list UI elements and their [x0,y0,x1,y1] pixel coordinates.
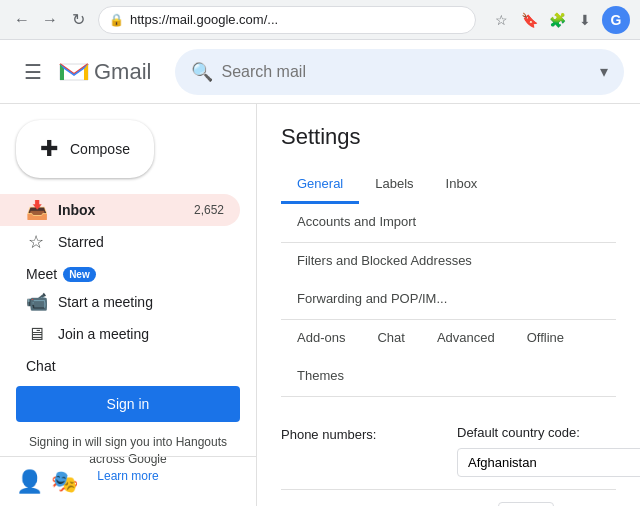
search-bar[interactable]: 🔍 ▾ [175,49,624,95]
tab-offline[interactable]: Offline [511,320,580,358]
meet-new-badge: New [63,267,96,282]
emoji-icon[interactable]: 🎭 [51,469,78,495]
settings-row-pagesize: Maximum page size: Show 25 50 100 conver… [281,490,616,506]
people-icon[interactable]: 👤 [16,469,43,495]
tab-inbox[interactable]: Inbox [430,166,494,204]
tab-addons[interactable]: Add-ons [281,320,361,358]
settings-body: Phone numbers: Default country code: Max… [281,397,616,506]
starred-label: Starred [58,234,224,250]
settings-tabs-row1: General Labels Inbox Accounts and Import [281,166,616,243]
settings-tabs-row2: Filters and Blocked Addresses Forwarding… [281,243,616,320]
gmail-topbar: ☰ Gmail 🔍 ▾ [0,40,640,104]
compose-plus-icon: ✚ [40,136,58,162]
meet-label: Meet [26,266,57,282]
pagesize-label: Maximum page size: [281,502,441,506]
tab-advanced[interactable]: Advanced [421,320,511,358]
search-dropdown-icon[interactable]: ▾ [600,62,608,81]
meet-section-header: Meet New [0,258,256,286]
main-content: Settings General Labels Inbox Accounts a… [256,40,640,506]
url-text: https://mail.google.com/... [130,12,465,27]
tab-accounts-import[interactable]: Accounts and Import [281,204,432,242]
settings-title: Settings [281,124,616,150]
gmail-label: Gmail [94,59,151,85]
tab-chat[interactable]: Chat [361,320,420,358]
sidebar-item-starred[interactable]: ☆ Starred [0,226,240,258]
browser-chrome: ← → ↻ 🔒 https://mail.google.com/... ☆ 🔖 … [0,0,640,40]
bookmark-icon[interactable]: 🔖 [518,9,540,31]
compose-button[interactable]: ✚ Compose [16,120,154,178]
sidebar-item-start-meeting[interactable]: 📹 Start a meeting [0,286,240,318]
inbox-icon: 📥 [26,199,46,221]
download-icon[interactable]: ⬇ [574,9,596,31]
lock-icon: 🔒 [109,13,124,27]
tab-labels[interactable]: Labels [359,166,429,204]
search-icon: 🔍 [191,61,213,83]
settings-tabs-row3: Add-ons Chat Advanced Offline Themes [281,320,616,397]
country-code-label: Default country code: [457,425,580,440]
gmail-body: ✚ Compose 📥 Inbox 2,652 ☆ Starred Meet N… [0,40,640,506]
tab-forwarding[interactable]: Forwarding and POP/IM... [281,281,463,319]
nav-buttons: ← → ↻ [10,8,90,32]
phone-label: Phone numbers: [281,425,441,442]
starred-icon: ☆ [26,231,46,253]
tab-filters[interactable]: Filters and Blocked Addresses [281,243,488,281]
sidebar: ✚ Compose 📥 Inbox 2,652 ☆ Starred Meet N… [0,40,256,506]
settings-container: Settings General Labels Inbox Accounts a… [257,104,640,506]
start-meeting-label: Start a meeting [58,294,224,310]
inbox-count: 2,652 [194,203,224,217]
search-input[interactable] [221,63,592,81]
chat-section-label: Chat [0,350,256,378]
profile-avatar[interactable]: G [602,6,630,34]
gmail-logo: Gmail [58,56,151,88]
sign-in-button[interactable]: Sign in [16,386,240,422]
forward-button[interactable]: → [38,8,62,32]
refresh-button[interactable]: ↻ [66,8,90,32]
join-meeting-label: Join a meeting [58,326,224,342]
sidebar-item-inbox[interactable]: 📥 Inbox 2,652 [0,194,240,226]
video-icon: 📹 [26,291,46,313]
back-button[interactable]: ← [10,8,34,32]
compose-label: Compose [70,141,130,157]
phone-control: Default country code: [457,425,640,477]
hamburger-icon[interactable]: ☰ [16,52,50,92]
address-bar[interactable]: 🔒 https://mail.google.com/... [98,6,476,34]
star-icon[interactable]: ☆ [490,9,512,31]
sidebar-bottom: 👤 🎭 [0,456,256,506]
tab-themes[interactable]: Themes [281,358,360,396]
browser-icons: ☆ 🔖 🧩 ⬇ G [490,6,630,34]
inbox-label: Inbox [58,202,182,218]
country-code-input[interactable] [457,448,640,477]
pagesize-select[interactable]: 25 50 100 [498,502,554,506]
settings-row-phone: Phone numbers: Default country code: [281,413,616,490]
sidebar-item-join-meeting[interactable]: 🖥 Join a meeting [0,318,240,350]
extensions-icon[interactable]: 🧩 [546,9,568,31]
monitor-icon: 🖥 [26,324,46,345]
tab-general[interactable]: General [281,166,359,204]
gmail-m-icon [58,56,90,88]
pagesize-control: Show 25 50 100 conversations per page [457,502,616,506]
